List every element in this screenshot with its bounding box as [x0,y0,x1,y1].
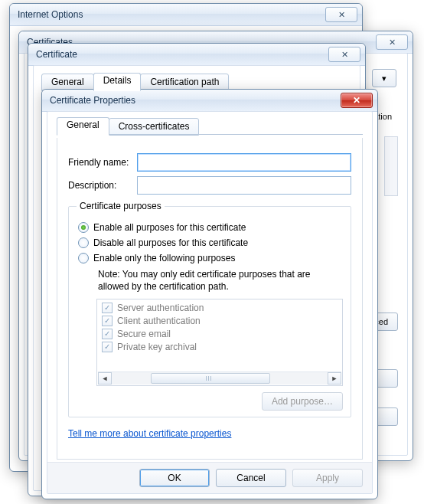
titlebar[interactable]: Internet Options ✕ [10,4,362,26]
checkbox-icon [102,342,113,352]
label-description: Description: [68,180,137,191]
label-friendly-name: Friendly name: [68,157,137,168]
checkbox-icon [102,316,113,326]
window-body: General Cross-certificates Friendly name… [47,111,373,494]
purposes-list-inner: Server authenticationClient authenticati… [99,301,341,371]
close-button[interactable]: ✕ [341,93,373,108]
radio-label: Enable all purposes for this certificate [93,222,246,233]
list-item-label: Secure email [117,329,171,339]
close-icon: ✕ [338,10,345,20]
radio-icon [78,237,89,248]
radio-label: Enable only the following purposes [93,253,235,263]
titlebar[interactable]: Certificate ✕ [28,44,365,66]
close-button[interactable]: ✕ [376,34,408,50]
tab-general[interactable]: General [57,117,109,136]
scroll-left-button[interactable]: ◄ [98,372,112,385]
window-title: Certificate Properties [50,95,341,106]
tabs: General Cross-certificates [57,118,198,136]
close-button[interactable]: ✕ [328,47,360,62]
window-certificate-properties: Certificate Properties ✕ General Cross-c… [41,89,378,499]
checkbox-icon [102,329,113,339]
friendly-name-input[interactable] [137,153,351,172]
close-button[interactable]: ✕ [325,7,357,22]
radio-enable-all[interactable]: Enable all purposes for this certificate [78,222,343,233]
radio-enable-only[interactable]: Enable only the following purposes [78,253,343,263]
list-item-label: Server authentication [117,303,204,313]
dialog-footer: OK Cancel Apply [47,462,372,493]
scroll-thumb[interactable] [151,373,270,384]
groupbox-legend: Certificate purposes [77,201,165,211]
window-title: Certificate [36,49,325,60]
close-icon: ✕ [389,38,396,47]
chevron-right-icon: ► [331,375,338,382]
radio-label: Disable all purposes for this certificat… [93,237,248,248]
ok-button[interactable]: OK [139,469,210,487]
list-item-label: Private key archival [117,342,197,352]
groupbox-certificate-purposes: Certificate purposes Enable all purposes… [68,201,351,417]
radio-disable-all[interactable]: Disable all purposes for this certificat… [78,237,343,248]
list-item[interactable]: Server authentication [99,301,341,314]
radio-icon [78,222,89,233]
close-icon: ✕ [353,95,360,106]
chevron-left-icon: ◄ [102,375,109,382]
cancel-button[interactable]: Cancel [216,469,286,487]
tab-details[interactable]: Details [93,73,142,91]
row-friendly-name: Friendly name: [68,153,351,172]
add-purpose-button: Add purpose… [262,392,343,411]
description-input[interactable] [137,176,351,195]
purposes-list[interactable]: Server authenticationClient authenticati… [96,299,343,386]
window-title: Internet Options [18,9,322,20]
list-item-label: Client authentication [117,316,201,326]
horizontal-scrollbar[interactable]: ◄ ► [98,371,341,385]
radio-icon [78,253,89,263]
scroll-right-button[interactable]: ► [328,372,341,385]
checkbox-icon [102,303,113,313]
list-item[interactable]: Private key archival [99,340,341,353]
list-item[interactable]: Client authentication [99,314,341,327]
list-item[interactable]: Secure email [99,327,341,340]
apply-button: Apply [292,469,363,487]
purposes-note: Note: You may only edit certificate purp… [98,268,343,293]
help-link[interactable]: Tell me more about certificate propertie… [68,428,231,439]
scrollbar-partial[interactable] [384,136,398,196]
titlebar[interactable]: Certificate Properties ✕ [42,90,377,112]
dropdown-partial[interactable]: ▾ [372,69,396,87]
close-icon: ✕ [341,50,348,60]
scroll-track[interactable] [113,373,327,384]
row-description: Description: [68,176,351,195]
tab-cross-certificates[interactable]: Cross-certificates [109,118,200,136]
